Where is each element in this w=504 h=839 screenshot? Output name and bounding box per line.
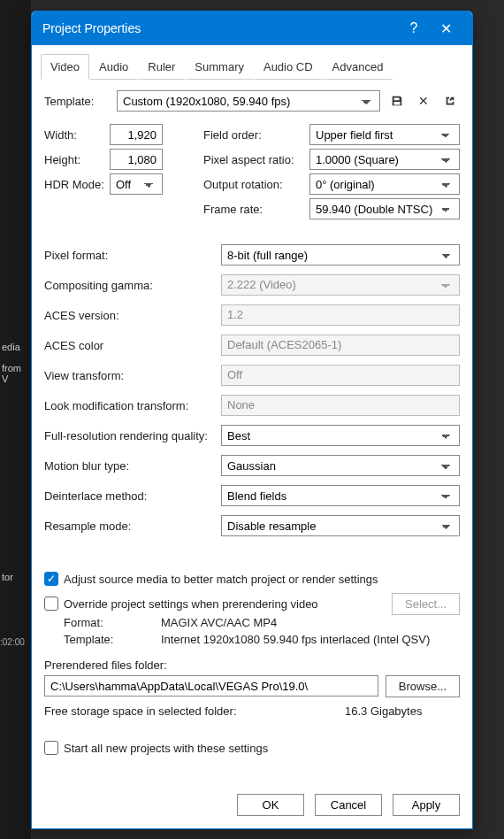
gamma-label: Compositing gamma: (44, 279, 221, 292)
ok-button[interactable]: OK (237, 794, 304, 816)
adjust-source-label: Adjust source media to better match proj… (64, 573, 378, 586)
apply-button[interactable]: Apply (393, 794, 460, 816)
prerender-template-value: Internet 1920x1080 59.940 fps interlaced… (161, 633, 430, 646)
bg-text: edia (0, 336, 31, 358)
aces-version-value: 1.2 (221, 304, 460, 326)
aces-color-value: Default (ACES2065-1) (221, 335, 460, 356)
field-order-select[interactable]: Upper field first (309, 124, 460, 145)
free-space-value: 16.3 Gigabytes (345, 704, 460, 718)
bg-text: from V (0, 358, 31, 389)
gamma-select: 2.222 (Video) (221, 274, 460, 296)
close-button[interactable]: ✕ (430, 20, 462, 37)
format-value: MAGIX AVC/AAC MP4 (161, 616, 277, 629)
dialog-title: Project Properties (42, 21, 398, 35)
pixel-format-label: Pixel format: (44, 249, 221, 262)
template-select[interactable]: Custom (1920x1080, 59.940 fps) (117, 90, 380, 112)
deinterlace-select[interactable]: Blend fields (221, 485, 460, 506)
start-all-label: Start all new projects with these settin… (64, 742, 268, 755)
prerender-folder-input[interactable] (44, 675, 378, 697)
pixel-format-select[interactable]: 8-bit (full range) (221, 244, 460, 266)
view-transform-label: View transform: (44, 369, 221, 382)
resample-select[interactable]: Disable resample (221, 515, 460, 536)
hdr-select[interactable]: Off (110, 173, 163, 195)
framerate-label: Frame rate: (203, 203, 309, 216)
titlebar: Project Properties ? ✕ (32, 12, 472, 45)
timeline-time: :02:00 (0, 637, 25, 647)
tab-video[interactable]: Video (41, 54, 89, 80)
motion-blur-label: Motion blur type: (44, 459, 221, 473)
par-label: Pixel aspect ratio: (203, 153, 309, 166)
delete-template-icon[interactable]: ✕ (414, 91, 433, 111)
override-label: Override project settings when prerender… (64, 597, 318, 611)
override-checkbox[interactable] (44, 597, 58, 611)
template-label: Template: (44, 95, 110, 108)
par-select[interactable]: 1.0000 (Square) (309, 149, 460, 170)
rotation-label: Output rotation: (203, 178, 309, 191)
project-properties-dialog: Project Properties ? ✕ Video Audio Ruler… (31, 11, 473, 829)
format-label: Format: (64, 616, 161, 629)
aces-color-label: ACES color (44, 339, 221, 352)
look-mod-label: Look modification transform: (44, 399, 221, 412)
tab-audio[interactable]: Audio (89, 54, 138, 80)
prerender-template-label: Template: (64, 633, 161, 646)
view-transform-value: Off (221, 365, 460, 386)
cancel-button[interactable]: Cancel (315, 794, 382, 816)
save-template-icon[interactable] (387, 91, 407, 111)
tab-audio-cd[interactable]: Audio CD (254, 54, 323, 80)
free-space-label: Free storage space in selected folder: (44, 704, 345, 718)
render-quality-select[interactable]: Best (221, 425, 460, 446)
height-label: Height: (44, 153, 110, 166)
prerender-folder-label: Prerendered files folder: (44, 658, 460, 672)
motion-blur-select[interactable]: Gaussian (221, 455, 460, 476)
start-all-checkbox[interactable] (44, 741, 58, 755)
height-input[interactable] (110, 149, 163, 170)
adjust-source-checkbox[interactable]: ✓ (44, 572, 58, 586)
help-button[interactable]: ? (398, 20, 430, 36)
tab-summary[interactable]: Summary (185, 54, 254, 80)
bg-text: tor (0, 566, 31, 588)
deinterlace-label: Deinterlace method: (44, 489, 221, 503)
select-button[interactable]: Select... (392, 593, 460, 615)
resample-label: Resample mode: (44, 520, 221, 533)
tab-ruler[interactable]: Ruler (138, 54, 185, 80)
browse-button[interactable]: Browse... (386, 675, 460, 697)
hdr-label: HDR Mode: (44, 178, 110, 191)
rotation-select[interactable]: 0° (original) (309, 173, 460, 195)
width-label: Width: (44, 128, 110, 142)
dialog-buttons: OK Cancel Apply (32, 785, 472, 828)
match-media-icon[interactable] (440, 91, 460, 111)
tab-advanced[interactable]: Advanced (323, 54, 393, 80)
background-panel: edia from V tor (0, 0, 31, 839)
width-input[interactable] (110, 124, 163, 145)
dialog-body: Template: Custom (1920x1080, 59.940 fps)… (32, 80, 472, 771)
aces-version-label: ACES version: (44, 309, 221, 322)
render-quality-label: Full-resolution rendering quality: (44, 429, 221, 443)
framerate-select[interactable]: 59.940 (Double NTSC) (309, 198, 460, 219)
field-order-label: Field order: (203, 128, 309, 142)
look-mod-value: None (221, 395, 460, 416)
tab-strip: Video Audio Ruler Summary Audio CD Advan… (32, 45, 472, 80)
